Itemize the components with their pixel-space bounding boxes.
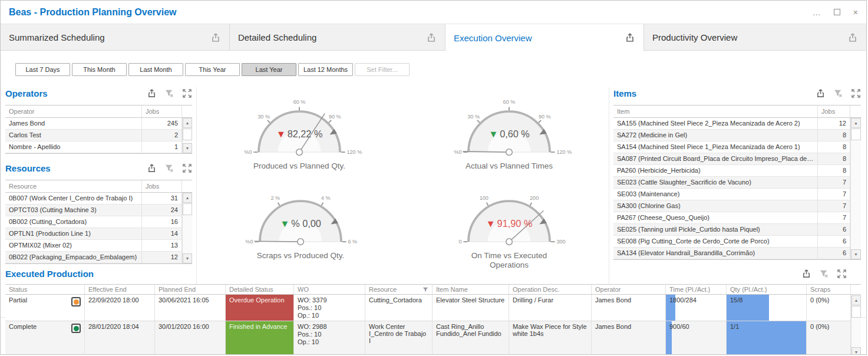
- column-header-item_name[interactable]: Item Name: [433, 285, 509, 294]
- column-header-operation_desc[interactable]: Operation Desc.: [509, 285, 592, 294]
- filter-button-last-year[interactable]: Last Year: [242, 63, 296, 76]
- scroll-up-icon[interactable]: ▲: [183, 118, 192, 128]
- tab-productivity-overview[interactable]: Productivity Overview: [644, 24, 866, 51]
- table-row[interactable]: OPTCT03 (Cutting Machine 3)24: [5, 205, 192, 216]
- jobs-cell: 12: [142, 252, 182, 263]
- column-header-planned_end[interactable]: Planned End: [155, 285, 226, 294]
- column-header-effective_end[interactable]: Effective End: [85, 285, 155, 294]
- table-row[interactable]: SA134 (Elevator Handrail_Barandilla_Corr…: [613, 248, 861, 259]
- scroll-track[interactable]: [851, 140, 861, 249]
- vertical-scrollbar[interactable]: ▲▼: [182, 118, 192, 153]
- table-row[interactable]: 0B002 (Cutting_Cortadora)16: [5, 216, 192, 228]
- table-row[interactable]: James Bond245: [5, 118, 192, 130]
- window-more-button[interactable]: …: [813, 8, 821, 17]
- table-row[interactable]: SA154 (Machined Steel Piece 1_Pieza Meca…: [613, 141, 861, 153]
- jobs-cell: 6: [818, 224, 850, 235]
- table-row[interactable]: Carlos Test2: [5, 130, 192, 141]
- table-row[interactable]: SA272 (Medicine in Gel)8: [613, 130, 861, 141]
- column-header[interactable]: Operator: [5, 106, 142, 117]
- column-header[interactable]: Resource: [5, 180, 142, 192]
- column-header-wo[interactable]: WO: [294, 285, 365, 294]
- tab-detailed-scheduling[interactable]: Detailed Scheduling: [230, 24, 445, 51]
- scroll-thumb[interactable]: [852, 306, 861, 318]
- column-filter-icon[interactable]: [423, 286, 428, 292]
- items-clear-filter-icon[interactable]: [833, 88, 843, 98]
- scroll-up-icon[interactable]: ▲: [852, 295, 861, 305]
- column-header-resource[interactable]: Resource: [365, 285, 433, 294]
- scroll-track[interactable]: [852, 318, 861, 347]
- tab-export-icon[interactable]: [210, 32, 221, 43]
- table-row[interactable]: SE025 (Tanning until Pickle_Curtido hast…: [613, 224, 861, 236]
- vertical-scrollbar[interactable]: ▲▼: [851, 295, 861, 355]
- jobs-cell: 6: [818, 236, 850, 247]
- table-row[interactable]: PA260 (Herbicide_Herbicida)8: [613, 165, 861, 177]
- scroll-thumb[interactable]: [851, 128, 861, 140]
- items-export-icon[interactable]: [816, 88, 826, 98]
- scraps-cell: 0 (0%): [807, 295, 851, 321]
- table-row[interactable]: SA087 (Printed Circuit Board_Placa de Ci…: [613, 153, 861, 165]
- table-row[interactable]: SA155 (Machined Steel Piece 2_Pieza Meca…: [613, 118, 861, 130]
- column-header-detailed_status[interactable]: Detailed Status: [226, 285, 294, 294]
- executed-production-row[interactable]: Complete28/01/2020 18:0430/01/2020 16:00…: [5, 321, 861, 355]
- scroll-down-icon[interactable]: ▼: [852, 347, 861, 355]
- tab-execution-overview[interactable]: Execution Overview: [445, 24, 644, 51]
- table-row[interactable]: Nombre - Apellido1: [5, 141, 192, 153]
- table-row[interactable]: 0B007 (Work Center I_Centro de Trabajo I…: [5, 193, 192, 205]
- scroll-thumb[interactable]: [183, 203, 192, 215]
- tab-export-icon[interactable]: [847, 32, 858, 43]
- column-header-time[interactable]: Time (Pl./Act.): [666, 285, 727, 294]
- table-row[interactable]: OPTMIX02 (Mixer 02)13: [5, 240, 192, 252]
- column-header[interactable]: Item: [613, 106, 818, 117]
- table-row[interactable]: OPTLN1 (Production Line 1)14: [5, 228, 192, 240]
- filter-button-last-month[interactable]: Last Month: [128, 63, 183, 76]
- items-panel: Items ItemJobsSA155 (Machined Steel Piec…: [613, 88, 861, 260]
- scroll-up-icon[interactable]: ▲: [851, 118, 861, 128]
- filter-button-last-12-months[interactable]: Last 12 Months: [298, 63, 353, 76]
- vertical-scrollbar[interactable]: ▲▼: [850, 118, 861, 259]
- svg-text:100: 100: [480, 195, 489, 201]
- scroll-track[interactable]: [183, 215, 192, 253]
- column-header[interactable]: Jobs: [818, 106, 850, 117]
- executed-production-export-icon[interactable]: [801, 269, 811, 279]
- scroll-down-icon[interactable]: ▼: [183, 253, 192, 263]
- operators-expand-icon[interactable]: [182, 88, 192, 98]
- filter-button-last-7-days[interactable]: Last 7 Days: [15, 63, 70, 76]
- table-row[interactable]: SE008 (Pig Cutting_Corte de Cerdo_Corte …: [613, 236, 861, 248]
- executed-production-clear-filter-icon[interactable]: [819, 269, 829, 279]
- window-maximize-button[interactable]: [834, 9, 840, 15]
- executed-production-expand-icon[interactable]: [837, 269, 847, 279]
- executed-production-row[interactable]: Partial22/09/2020 18:0030/06/2021 16:05O…: [5, 295, 861, 321]
- name-cell: SE003 (Maintenance): [613, 189, 818, 200]
- tab-export-icon[interactable]: [426, 32, 437, 43]
- scroll-thumb[interactable]: [183, 128, 192, 140]
- resources-export-icon[interactable]: [147, 163, 157, 173]
- svg-text:60 %: 60 %: [293, 99, 306, 105]
- resources-expand-icon[interactable]: [182, 163, 192, 173]
- table-row[interactable]: SE003 (Maintenance)7: [613, 189, 861, 200]
- column-header[interactable]: Jobs: [142, 106, 182, 117]
- column-header-operator[interactable]: Operator: [592, 285, 666, 294]
- filter-button-this-year[interactable]: This Year: [185, 63, 240, 76]
- operators-clear-filter-icon[interactable]: [164, 88, 174, 98]
- tab-summarized-scheduling[interactable]: Summarized Scheduling: [1, 24, 230, 51]
- table-row[interactable]: PA267 (Cheese_Queso_Queijo)7: [613, 212, 861, 224]
- column-header-qty[interactable]: Qty (Pl./Act.): [727, 285, 807, 294]
- resources-clear-filter-icon[interactable]: [164, 163, 174, 173]
- column-header-status[interactable]: Status: [5, 285, 85, 294]
- scroll-up-icon[interactable]: ▲: [183, 193, 192, 203]
- scroll-down-icon[interactable]: ▼: [183, 143, 192, 153]
- window-close-button[interactable]: ×: [853, 8, 858, 17]
- column-header-scraps[interactable]: Scraps: [807, 285, 851, 294]
- items-expand-icon[interactable]: [851, 88, 861, 98]
- table-row[interactable]: SA300 (Chlorine Gas)7: [613, 200, 861, 212]
- filter-button-this-month[interactable]: This Month: [72, 63, 127, 76]
- tab-export-icon[interactable]: [625, 32, 635, 43]
- table-row[interactable]: 0B022 (Packaging_Empacado_Embalagem)12: [5, 252, 192, 263]
- operators-export-icon[interactable]: [147, 88, 157, 98]
- title-bar: Beas - Production Planning Overview … ×: [1, 1, 866, 24]
- filter-button-set-filter-[interactable]: Set Filter...: [355, 63, 410, 76]
- scroll-down-icon[interactable]: ▼: [851, 249, 861, 259]
- column-header[interactable]: Jobs: [142, 180, 182, 192]
- vertical-scrollbar[interactable]: ▲▼: [182, 193, 192, 263]
- table-row[interactable]: SE023 (Cattle Slaughter_Sacrificio de Va…: [613, 177, 861, 189]
